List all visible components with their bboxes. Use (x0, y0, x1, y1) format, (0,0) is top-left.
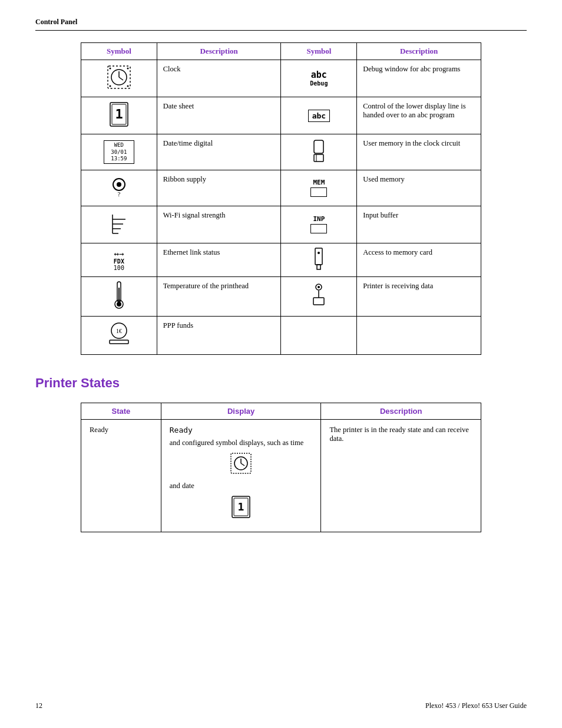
svg-rect-11 (314, 140, 323, 153)
page-footer: 12 Plexo! 453 / Plexo! 653 User Guide (35, 701, 527, 710)
user-memory-icon (308, 138, 329, 164)
symbol-table: Symbol Description Symbol Description (81, 42, 481, 355)
temperature-icon (113, 281, 125, 310)
desc-cell-ppp: PPP funds (157, 317, 281, 355)
symbol-cell-wifi (81, 206, 157, 243)
wifi-icon (108, 210, 130, 237)
page-number: 12 (35, 701, 42, 710)
desc-cell-ethernet: Ethernet link status (157, 243, 281, 277)
svg-rect-35 (110, 340, 128, 344)
symbol-cell-memcard (281, 243, 357, 277)
states-col-description: Description (321, 403, 481, 420)
display-ready-text: Ready (170, 426, 313, 435)
display-configured-text: and configured symbol displays, such as … (170, 439, 313, 447)
printer-states-table: State Display Description Ready Ready an… (81, 403, 481, 532)
symbol-cell-empty (281, 317, 357, 355)
svg-text:1€: 1€ (116, 328, 122, 334)
svg-line-39 (241, 463, 244, 466)
abc-box-icon: abc (308, 110, 330, 122)
state-row-ready: Ready Ready and configured symbol displa… (81, 420, 481, 532)
state-display: Ready and configured symbol displays, su… (161, 420, 321, 532)
states-col-display: Display (161, 403, 321, 420)
desc-cell-memcard: Access to memory card (357, 243, 481, 277)
display-and-date-text: and date (170, 482, 313, 490)
col-header-symbol1: Symbol (81, 43, 157, 60)
desc-cell-usermem: User memory in the clock circuit (357, 134, 481, 170)
clock-icon (105, 64, 133, 91)
memory-card-icon (310, 247, 327, 271)
table-row: 1€ PPP funds (81, 317, 481, 355)
symbol-cell-mem: MEM (281, 170, 357, 206)
display-clock-small-icon (230, 452, 252, 475)
svg-point-5 (127, 68, 128, 70)
abc-debug-icon: abc Debug (310, 70, 328, 87)
col-header-desc1: Description (157, 43, 281, 60)
display-date-small-icon: 1 (231, 495, 251, 519)
symbol-cell-usermem (281, 134, 357, 170)
desc-cell-mem: Used memory (357, 170, 481, 206)
col-header-desc2: Description (357, 43, 481, 60)
display-date-icon: 1 (170, 495, 313, 521)
svg-point-30 (318, 286, 320, 288)
date-sheet-icon: 1 (108, 101, 130, 128)
desc-cell-abc-box: Control of the lower display line is han… (357, 97, 481, 134)
svg-text:1: 1 (115, 107, 123, 121)
symbol-cell-ppp: 1€ (81, 317, 157, 355)
svg-point-7 (127, 85, 128, 87)
mem-icon: MEM (287, 179, 351, 197)
table-row: Wi-Fi signal strength INP Input buffer (81, 206, 481, 243)
symbol-cell-abc-debug: abc Debug (281, 60, 357, 97)
table-row: Temperature of the printhead Printer is … (81, 277, 481, 317)
header-section-title: Control Panel (35, 18, 77, 27)
svg-text:?: ? (117, 190, 120, 197)
svg-line-3 (119, 77, 123, 80)
svg-point-27 (117, 302, 121, 307)
table-row: Clock abc Debug Debug window for abc pro… (81, 60, 481, 97)
ribbon-icon: ? (107, 174, 131, 200)
printer-receiving-icon (309, 282, 329, 308)
ppp-icon: 1€ (106, 320, 132, 348)
display-clock-icon (170, 452, 313, 477)
svg-rect-23 (317, 265, 320, 269)
states-col-state: State (81, 403, 161, 420)
symbol-cell-printerrcv (281, 277, 357, 317)
desc-cell-empty (357, 317, 481, 355)
printer-states-title: Printer States (35, 375, 527, 391)
svg-rect-12 (314, 154, 323, 162)
symbol-cell-abc-box: abc (281, 97, 357, 134)
svg-rect-31 (313, 298, 324, 305)
svg-point-15 (117, 182, 121, 187)
svg-point-24 (318, 252, 320, 254)
table-row: ↔→ FDX 100 Ethernet link status Access t… (81, 243, 481, 277)
desc-cell-temp: Temperature of the printhead (157, 277, 281, 317)
symbol-cell-inp: INP (281, 206, 357, 243)
symbol-cell-datetime: WED30/0113:59 (81, 134, 157, 170)
table-row: ? Ribbon supply MEM Used memory (81, 170, 481, 206)
desc-cell-datesheet: Date sheet (157, 97, 281, 134)
state-description: The printer is in the ready state and ca… (321, 420, 481, 532)
desc-cell-datetime: Date/time digital (157, 134, 281, 170)
symbol-cell-ribbon: ? (81, 170, 157, 206)
document-title: Plexo! 453 / Plexo! 653 User Guide (425, 701, 527, 710)
state-name: Ready (81, 420, 161, 532)
symbol-cell-clock (81, 60, 157, 97)
desc-cell-inp: Input buffer (357, 206, 481, 243)
table-row: WED30/0113:59 Date/time digital User mem… (81, 134, 481, 170)
table-row: 1 Date sheet abc Control of the lower di… (81, 97, 481, 134)
col-header-symbol2: Symbol (281, 43, 357, 60)
desc-cell-clock: Clock (157, 60, 281, 97)
desc-cell-abc-debug: Debug window for abc programs (357, 60, 481, 97)
desc-cell-printerrcv: Printer is receiving data (357, 277, 481, 317)
page-header: Control Panel (35, 18, 527, 31)
datetime-icon: WED30/0113:59 (104, 140, 134, 164)
desc-cell-wifi: Wi-Fi signal strength (157, 206, 281, 243)
svg-point-4 (109, 68, 111, 70)
inp-icon: INP (287, 215, 351, 233)
ethernet-icon: ↔→ FDX 100 (87, 249, 151, 271)
svg-rect-22 (315, 248, 322, 265)
symbol-cell-temp (81, 277, 157, 317)
desc-cell-ribbon: Ribbon supply (157, 170, 281, 206)
svg-point-6 (109, 85, 111, 87)
symbol-cell-datesheet: 1 (81, 97, 157, 134)
svg-text:1: 1 (238, 500, 244, 513)
